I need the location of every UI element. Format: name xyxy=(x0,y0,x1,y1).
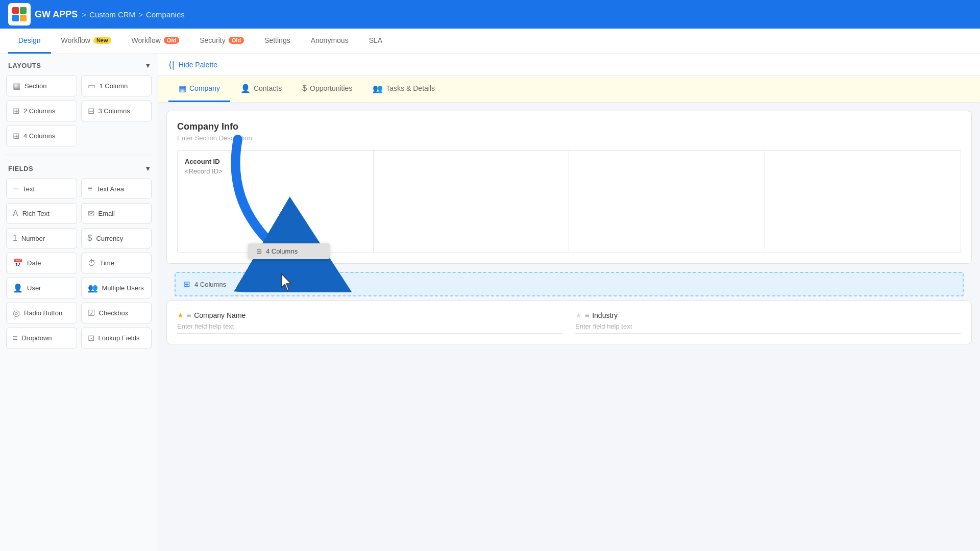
section-icon: ▦ xyxy=(13,81,20,91)
company-name-help[interactable]: Enter field help text xyxy=(177,322,563,334)
sidebar-item-section[interactable]: ▦ Section xyxy=(6,76,77,96)
section-description[interactable]: Enter Section Description xyxy=(177,134,961,142)
sidebar-item-1col[interactable]: ▭ 1 Column xyxy=(81,76,152,96)
col-cell-2 xyxy=(374,151,570,253)
industry-drag-icon: ≡ xyxy=(585,311,589,319)
palette-bar: ⟨| Hide Palette xyxy=(158,54,980,76)
sidebar-item-3col[interactable]: ⊟ 3 Columns xyxy=(81,101,152,121)
sidebar-item-textarea[interactable]: ≡ Text Area xyxy=(81,179,152,199)
sidebar-item-richtext[interactable]: A Rich Text xyxy=(6,203,77,224)
tab-settings[interactable]: Settings xyxy=(254,29,301,54)
drag-row-label: 4 Columns xyxy=(194,281,226,288)
industry-field: ★ ≡ Industry Enter field help text xyxy=(575,311,961,334)
layouts-grid: ▦ Section ▭ 1 Column ⊞ 2 Columns ⊟ 3 Col… xyxy=(0,73,158,153)
industry-help[interactable]: Enter field help text xyxy=(575,322,961,334)
fields-header: Fields ▾ xyxy=(0,157,158,177)
drag-drop-zone[interactable]: ⊞ 4 Columns xyxy=(175,272,964,296)
number-icon: 1 xyxy=(13,234,17,243)
sidebar-item-lookup[interactable]: ⊡ Lookup Fields xyxy=(81,328,152,348)
required-star: ★ xyxy=(177,311,184,319)
4col-icon: ⊞ xyxy=(13,131,19,141)
drag-row-icon: ⊞ xyxy=(184,280,190,289)
tab-security[interactable]: Security Old xyxy=(189,29,254,54)
form-tab-company[interactable]: ▦ Company xyxy=(168,76,230,102)
3col-icon: ⊟ xyxy=(88,106,94,116)
sidebar-item-email[interactable]: ✉ Email xyxy=(81,203,152,224)
form-tabs: ▦ Company 👤 Contacts $ Opportunities 👥 T… xyxy=(158,76,980,103)
textarea-icon: ≡ xyxy=(88,184,92,193)
badge-old-security: Old xyxy=(229,37,244,44)
sidebar: Layouts ▾ ▦ Section ▭ 1 Column ⊞ 2 Colum… xyxy=(0,54,158,551)
col-cell-4 xyxy=(765,151,961,253)
drag-ghost: ⊞ 4 Columns xyxy=(248,243,330,259)
text-icon: ─ xyxy=(13,184,18,193)
breadcrumb-app[interactable]: Custom CRM xyxy=(89,10,135,19)
col-cell-3 xyxy=(569,151,765,253)
tab-workflow-old[interactable]: Workflow Old xyxy=(121,29,190,54)
form-tab-contacts[interactable]: 👤 Contacts xyxy=(230,76,292,102)
breadcrumb: > Custom CRM > Companies xyxy=(82,10,184,19)
sidebar-item-number[interactable]: 1 Number xyxy=(6,228,77,248)
tab-sla[interactable]: SLA xyxy=(359,29,393,54)
fields-chevron-icon: ▾ xyxy=(146,164,150,172)
sidebar-item-dropdown[interactable]: ≡ Dropdown xyxy=(6,328,77,348)
drag-area-wrapper: ⊞ 4 Columns ⊞ 4 Columns xyxy=(166,272,972,296)
1col-icon: ▭ xyxy=(88,81,95,91)
four-column-row: Account ID <Record ID> xyxy=(177,150,961,253)
company-name-field: ★ ≡ Company Name Enter field help text xyxy=(177,311,563,334)
tabs-bar: Design Workflow New Workflow Old Securit… xyxy=(0,29,980,54)
breadcrumb-sep1: > xyxy=(82,10,86,19)
logo-area: GW APPS xyxy=(8,3,78,26)
sidebar-item-time[interactable]: ⏱ Time xyxy=(81,253,152,273)
account-id-label: Account ID xyxy=(185,158,366,165)
sidebar-item-radio[interactable]: ◎ Radio Button xyxy=(6,303,77,323)
user-icon: 👤 xyxy=(13,283,23,293)
lookup-icon: ⊡ xyxy=(88,333,94,343)
sidebar-item-2col[interactable]: ⊞ 2 Columns xyxy=(6,101,77,121)
form-tab-opportunities[interactable]: $ Opportunities xyxy=(292,76,362,102)
industry-star: ★ xyxy=(575,311,582,319)
contacts-tab-icon: 👤 xyxy=(240,84,251,93)
sidebar-item-multiuser[interactable]: 👥 Multiple Users xyxy=(81,278,152,298)
drag-handle-icon: ≡ xyxy=(187,311,191,319)
industry-name-row: ★ ≡ Industry xyxy=(575,311,961,319)
time-icon: ⏱ xyxy=(88,259,96,268)
industry-label: Industry xyxy=(592,311,618,319)
fields-grid: ─ Text ≡ Text Area A Rich Text ✉ Email 1… xyxy=(0,177,158,355)
account-id-value: <Record ID> xyxy=(185,167,366,175)
sidebar-item-currency[interactable]: $ Currency xyxy=(81,228,152,248)
fields-row: ★ ≡ Company Name Enter field help text ★… xyxy=(177,311,961,334)
sidebar-item-date[interactable]: 📅 Date xyxy=(6,253,77,273)
content-area: ⟨| Hide Palette ▦ Company 👤 Contacts $ O… xyxy=(158,54,980,551)
bottom-section: ★ ≡ Company Name Enter field help text ★… xyxy=(166,300,972,344)
form-tab-tasks[interactable]: 👥 Tasks & Details xyxy=(362,76,445,102)
sidebar-item-checkbox[interactable]: ☑ Checkbox xyxy=(81,303,152,323)
sidebar-item-user[interactable]: 👤 User xyxy=(6,278,77,298)
breadcrumb-page[interactable]: Companies xyxy=(146,10,185,19)
section-body: Company Info Enter Section Description A… xyxy=(166,111,972,264)
company-name-label: Company Name xyxy=(194,311,246,319)
checkbox-icon: ☑ xyxy=(88,308,95,318)
company-tab-icon: ▦ xyxy=(179,84,186,93)
tab-design[interactable]: Design xyxy=(8,29,51,54)
tab-anonymous[interactable]: Anonymous xyxy=(301,29,359,54)
logo-icon xyxy=(8,3,31,26)
tasks-tab-icon: 👥 xyxy=(373,84,383,93)
section-title: Company Info xyxy=(177,121,961,132)
ghost-label: 4 Columns xyxy=(266,247,298,255)
col-cell-1: Account ID <Record ID> xyxy=(178,151,374,253)
top-bar: GW APPS > Custom CRM > Companies xyxy=(0,0,980,29)
breadcrumb-sep2: > xyxy=(138,10,143,19)
richtext-icon: A xyxy=(13,209,18,218)
tab-workflow-new[interactable]: Workflow New xyxy=(51,29,121,54)
2col-icon: ⊞ xyxy=(13,106,19,116)
ghost-icon: ⊞ xyxy=(256,247,262,255)
currency-icon: $ xyxy=(88,234,92,243)
sidebar-item-text[interactable]: ─ Text xyxy=(6,179,77,199)
radio-icon: ◎ xyxy=(13,308,20,318)
hide-palette-button[interactable]: Hide Palette xyxy=(179,61,217,69)
date-icon: 📅 xyxy=(13,258,23,268)
company-name-row: ★ ≡ Company Name xyxy=(177,311,563,319)
sidebar-item-4col[interactable]: ⊞ 4 Columns xyxy=(6,126,77,146)
sidebar-divider xyxy=(6,155,152,155)
